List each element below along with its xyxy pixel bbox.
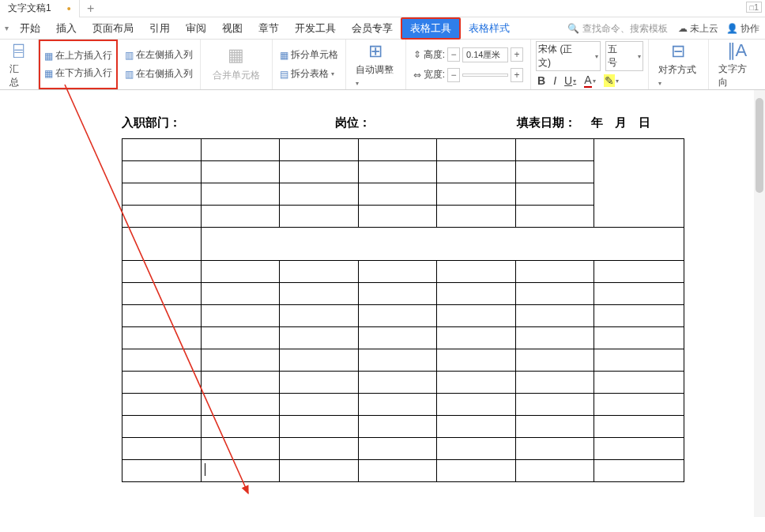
table-row xyxy=(122,460,684,482)
table-row xyxy=(122,438,684,460)
ribbon-group-merge: ▦ 合并单元格 xyxy=(201,40,273,89)
tab-title: 文字文稿1 xyxy=(8,2,51,15)
width-icon: ⇔ xyxy=(413,70,421,81)
ribbon-group-font: 宋体 (正文) ▾ 五号 ▾ B I U▾ A▾ ✎▾ xyxy=(531,40,649,89)
ribbon-group-insert-cols: ▥ 在左侧插入列 ▥ 在右侧插入列 xyxy=(118,40,201,89)
page-indicator: □1 xyxy=(746,2,762,13)
person-icon: 👤 xyxy=(726,23,738,34)
table-row xyxy=(122,416,684,438)
menu-view[interactable]: 视图 xyxy=(214,18,251,39)
width-minus-button[interactable]: − xyxy=(447,68,460,82)
align-button[interactable]: ⊟ 对齐方式▾ xyxy=(654,38,703,91)
text-direction-button[interactable]: ∥A 文字方向 xyxy=(714,37,760,92)
menu-table-style[interactable]: 表格样式 xyxy=(461,18,518,39)
insert-col-left-button[interactable]: ▥ 在左侧插入列 xyxy=(122,47,195,63)
insert-row-above-icon: ▦ xyxy=(44,51,53,62)
ribbon: ⌸ 汇总 ▦ 在上方插入行 ▦ 在下方插入行 ▥ 在左侧插入列 ▥ 在右侧插入列… xyxy=(0,40,765,90)
height-icon: ⇕ xyxy=(413,49,421,60)
autofit-button[interactable]: ⊞ 自动调整▾ xyxy=(351,38,401,91)
underline-button[interactable]: U▾ xyxy=(563,74,578,87)
menu-dropdown-icon[interactable]: ▾ xyxy=(2,24,12,32)
font-size-select[interactable]: 五号 ▾ xyxy=(605,41,643,71)
font-name-select[interactable]: 宋体 (正文) ▾ xyxy=(536,41,601,71)
add-tab-button[interactable]: + xyxy=(80,0,102,17)
merge-cells-button[interactable]: ▦ 合并单元格 xyxy=(205,42,267,87)
table-row xyxy=(122,139,684,161)
menu-developer[interactable]: 开发工具 xyxy=(287,18,344,39)
menu-page-layout[interactable]: 页面布局 xyxy=(85,18,141,39)
ribbon-group-align: ⊟ 对齐方式▾ xyxy=(649,40,709,89)
align-icon: ⊟ xyxy=(671,41,685,62)
split-table-button[interactable]: ▤ 拆分表格 ▾ xyxy=(277,66,341,82)
summary-button[interactable]: ⌸ 汇总 xyxy=(5,37,33,92)
insert-row-below-icon: ▦ xyxy=(44,68,53,79)
merge-cells-icon: ▦ xyxy=(228,45,244,66)
text-direction-icon: ∥A xyxy=(727,40,748,61)
table-row xyxy=(122,349,684,372)
height-input[interactable]: 0.14厘米 xyxy=(462,47,508,62)
ribbon-group-textdir: ∥A 文字方向 xyxy=(709,40,765,89)
ribbon-group-summary: ⌸ 汇总 xyxy=(0,40,39,89)
col-width: ⇔ 宽度: − + xyxy=(411,66,526,84)
menu-review[interactable]: 审阅 xyxy=(178,18,214,39)
menu-references[interactable]: 引用 xyxy=(141,18,178,39)
menu-table-tools[interactable]: 表格工具 xyxy=(401,17,461,40)
menu-chapter[interactable]: 章节 xyxy=(251,18,287,39)
menu-insert[interactable]: 插入 xyxy=(48,18,85,39)
menu-bar: ▾ 开始 插入 页面布局 引用 审阅 视图 章节 开发工具 会员专享 表格工具 … xyxy=(0,17,765,40)
width-plus-button[interactable]: + xyxy=(511,68,523,82)
insert-col-right-icon: ▥ xyxy=(125,69,134,80)
menu-start[interactable]: 开始 xyxy=(12,18,48,39)
insert-col-right-button[interactable]: ▥ 在右侧插入列 xyxy=(122,66,195,82)
insert-row-below-button[interactable]: ▦ 在下方插入行 xyxy=(42,65,115,81)
height-minus-button[interactable]: − xyxy=(447,47,460,62)
document-table[interactable] xyxy=(122,138,684,482)
ribbon-group-split: ▦ 拆分单元格 ▤ 拆分表格 ▾ xyxy=(273,40,346,89)
italic-button[interactable]: I xyxy=(552,74,558,87)
menu-vip[interactable]: 会员专享 xyxy=(344,18,401,39)
width-input[interactable] xyxy=(462,74,508,77)
title-bar: 文字文稿1 • + □1 xyxy=(0,0,765,17)
height-plus-button[interactable]: + xyxy=(511,47,523,62)
row-height: ⇕ 高度: − 0.14厘米 + xyxy=(411,46,526,64)
cloud-icon: ☁ xyxy=(678,23,688,34)
ribbon-group-autofit: ⊞ 自动调整▾ xyxy=(346,40,406,89)
insert-col-left-icon: ▥ xyxy=(125,50,134,61)
cloud-button[interactable]: ☁ 未上云 xyxy=(676,21,721,37)
table-row xyxy=(122,283,684,305)
vertical-scrollbar[interactable] xyxy=(754,90,765,517)
collab-button[interactable]: 👤 协作 xyxy=(724,21,762,37)
table-row xyxy=(122,327,684,349)
search-placeholder: 查找命令、搜索模板 xyxy=(582,22,668,36)
chevron-down-icon: ▾ xyxy=(356,80,359,87)
split-table-icon: ▤ xyxy=(280,69,288,80)
table-row xyxy=(122,228,684,261)
form-header: 入职部门： 岗位： 填表日期： 年 月 日 xyxy=(122,115,684,130)
autofit-icon: ⊞ xyxy=(368,41,382,62)
label-position: 岗位： xyxy=(335,115,517,130)
table-row xyxy=(122,372,684,394)
table-row xyxy=(122,305,684,327)
scrollbar-thumb[interactable] xyxy=(756,98,763,193)
chevron-down-icon: ▾ xyxy=(331,70,334,77)
font-color-button[interactable]: A▾ xyxy=(582,74,597,88)
chevron-down-icon: ▾ xyxy=(638,53,641,60)
split-cells-icon: ▦ xyxy=(280,50,288,61)
label-date: 填表日期： 年 月 日 xyxy=(517,115,684,130)
search-icon: 🔍 xyxy=(567,23,579,34)
label-department: 入职部门： xyxy=(122,115,335,130)
dirty-indicator-icon: • xyxy=(67,2,71,15)
split-cells-button[interactable]: ▦ 拆分单元格 xyxy=(277,47,341,63)
table-row xyxy=(122,394,684,416)
summary-icon: ⌸ xyxy=(13,40,24,61)
document-tab[interactable]: 文字文稿1 • xyxy=(0,0,80,17)
search-box[interactable]: 🔍 查找命令、搜索模板 xyxy=(563,21,673,37)
ribbon-group-dimensions: ⇕ 高度: − 0.14厘米 + ⇔ 宽度: − + xyxy=(406,40,531,89)
highlight-button[interactable]: ✎▾ xyxy=(602,74,620,87)
table-row xyxy=(122,261,684,283)
document-area[interactable]: 入职部门： 岗位： 填表日期： 年 月 日 xyxy=(0,90,765,532)
insert-row-above-button[interactable]: ▦ 在上方插入行 xyxy=(42,47,115,64)
chevron-down-icon: ▾ xyxy=(595,53,598,60)
document-page[interactable]: 入职部门： 岗位： 填表日期： 年 月 日 xyxy=(122,115,684,482)
bold-button[interactable]: B xyxy=(536,74,547,87)
